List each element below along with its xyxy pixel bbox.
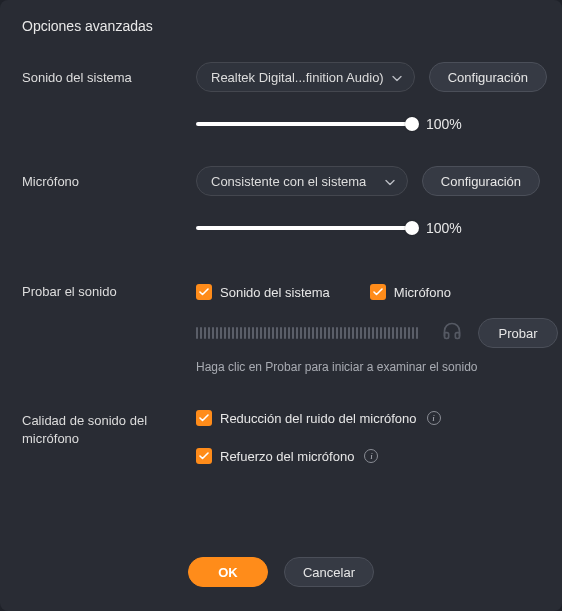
test-sound-row: Probar el sonido Sonido del sistema Micr… (22, 284, 540, 374)
advanced-options-dialog: Opciones avanzadas Sonido del sistema Re… (0, 0, 562, 611)
checkbox-checked-icon (196, 448, 212, 464)
audio-level-meter (196, 326, 428, 340)
checkbox-checked-icon (196, 284, 212, 300)
test-sound-label: Probar el sonido (22, 284, 182, 299)
dialog-title: Opciones avanzadas (22, 18, 540, 34)
microphone-row: Micrófono Consistente con el sistema Con… (22, 166, 540, 196)
mic-quality-row: Calidad de sonido del micrófono Reducció… (22, 410, 540, 464)
dialog-footer: OK Cancelar (22, 547, 540, 593)
test-sound-hint: Haga clic en Probar para iniciar a exami… (196, 360, 558, 374)
chevron-down-icon (385, 174, 395, 189)
system-sound-label: Sonido del sistema (22, 70, 182, 85)
headphones-icon (442, 321, 462, 345)
system-sound-device-value: Realtek Digital...finition Audio) (211, 70, 384, 85)
slider-thumb[interactable] (405, 117, 419, 131)
microphone-slider-row: 100% (22, 196, 540, 236)
microphone-volume-slider[interactable] (196, 221, 412, 235)
info-icon[interactable]: i (364, 449, 378, 463)
microphone-config-button[interactable]: Configuración (422, 166, 540, 196)
microphone-device-select[interactable]: Consistente con el sistema (196, 166, 408, 196)
noise-reduction-checkbox[interactable]: Reducción del ruido del micrófono (196, 410, 417, 426)
system-sound-volume-slider[interactable] (196, 117, 412, 131)
system-sound-config-button[interactable]: Configuración (429, 62, 547, 92)
test-system-sound-checkbox[interactable]: Sonido del sistema (196, 284, 330, 300)
mic-boost-checkbox[interactable]: Refuerzo del micrófono (196, 448, 354, 464)
test-microphone-checkbox[interactable]: Micrófono (370, 284, 451, 300)
slider-thumb[interactable] (405, 221, 419, 235)
ok-button[interactable]: OK (188, 557, 268, 587)
system-sound-volume-value: 100% (426, 116, 462, 132)
microphone-volume-value: 100% (426, 220, 462, 236)
mic-quality-label: Calidad de sonido del micrófono (22, 410, 182, 448)
checkbox-checked-icon (370, 284, 386, 300)
chevron-down-icon (392, 70, 402, 85)
system-sound-device-select[interactable]: Realtek Digital...finition Audio) (196, 62, 415, 92)
info-icon[interactable]: i (427, 411, 441, 425)
system-sound-row: Sonido del sistema Realtek Digital...fin… (22, 62, 540, 92)
checkbox-checked-icon (196, 410, 212, 426)
microphone-label: Micrófono (22, 174, 182, 189)
test-sound-button[interactable]: Probar (478, 318, 558, 348)
system-sound-slider-row: 100% (22, 92, 540, 132)
microphone-device-value: Consistente con el sistema (211, 174, 366, 189)
cancel-button[interactable]: Cancelar (284, 557, 374, 587)
